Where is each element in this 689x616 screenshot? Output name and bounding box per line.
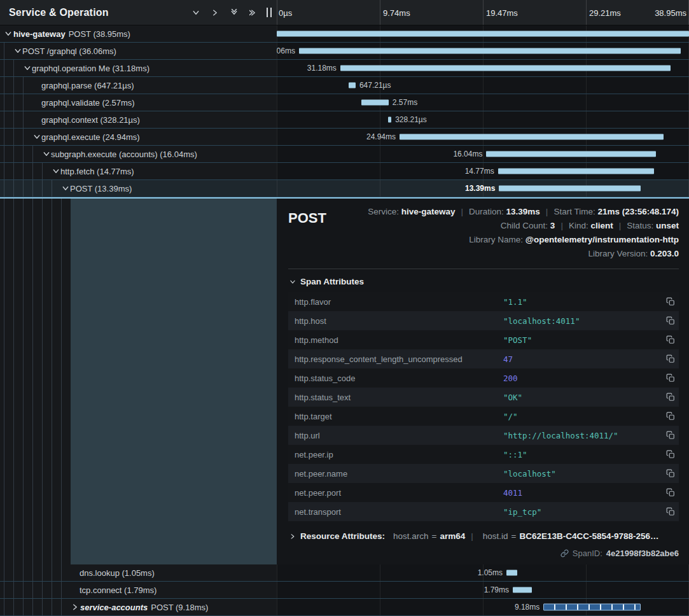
meta-line: Library Name: @opentelemetry/instrumenta…	[469, 233, 679, 247]
indent-guide	[13, 60, 23, 76]
span-bar[interactable]	[498, 169, 655, 174]
copy-icon[interactable]	[664, 409, 678, 423]
span-tree-cell: dns.lookup (1.05ms)	[0, 564, 277, 582]
span-row[interactable]: graphql.execute (24.94ms)24.94ms	[0, 129, 689, 146]
resource-key: host.arch	[393, 531, 429, 541]
span-bar[interactable]	[543, 604, 641, 611]
meta-value: 3	[550, 221, 555, 230]
link-icon[interactable]	[560, 549, 569, 557]
span-tree-cell: graphql.operation Me (31.18ms)	[0, 60, 277, 77]
span-row[interactable]: subgraph.execute (accounts) (16.04ms)16.…	[0, 146, 689, 163]
copy-icon[interactable]	[664, 505, 678, 519]
span-bar[interactable]	[299, 48, 681, 54]
span-bar[interactable]	[361, 100, 389, 106]
span-row[interactable]: http.fetch (14.77ms)14.77ms	[0, 163, 689, 180]
span-bar[interactable]	[388, 117, 391, 123]
copy-icon[interactable]	[664, 390, 678, 404]
indent-guide	[32, 564, 42, 581]
attribute-row: http.target"/"	[288, 407, 679, 426]
expander-down-icon[interactable]	[4, 25, 13, 42]
span-bar[interactable]	[486, 151, 656, 157]
span-row[interactable]: POST /graphql (36.06ms)36.06ms	[0, 43, 689, 60]
expander-down-icon[interactable]	[32, 129, 41, 145]
attribute-row: http.method"POST"	[288, 330, 679, 349]
span-row[interactable]: tcp.connect (1.79ms)1.79ms	[0, 582, 689, 599]
indent-guide	[23, 163, 32, 179]
expander-down-icon[interactable]	[13, 43, 22, 59]
span-bar[interactable]	[400, 134, 664, 140]
indent-guide	[61, 564, 71, 581]
resource-attributes-preview: host.arch=arm64|host.id=BC62E13B-C4CC-58…	[389, 531, 659, 541]
copy-icon[interactable]	[664, 447, 678, 461]
indent-guide	[23, 599, 32, 615]
span-timeline-cell: 328.21µs	[277, 111, 689, 129]
copy-icon[interactable]	[664, 428, 678, 442]
meta-value: 21ms (23:56:48.174)	[597, 207, 679, 216]
expander-spacer	[32, 94, 41, 111]
span-row[interactable]: dns.lookup (1.05ms)1.05ms	[0, 564, 689, 582]
duration-label: 2.57ms	[393, 98, 417, 107]
attribute-value: "localhost:4011"	[503, 316, 658, 326]
span-tree-cell: POST /graphql (36.06ms)	[0, 43, 277, 60]
expander-down-icon[interactable]	[52, 163, 60, 179]
indent-guide	[13, 582, 23, 598]
span-bar[interactable]	[340, 66, 671, 71]
span-row[interactable]: graphql.context (328.21µs)328.21µs	[0, 111, 689, 129]
attribute-key: net.peer.name	[295, 469, 503, 479]
span-bar[interactable]	[499, 186, 641, 192]
duration-label: 328.21µs	[395, 115, 427, 124]
meta-value: unset	[656, 221, 679, 230]
double-chevron-down-icon[interactable]	[227, 6, 241, 20]
copy-icon[interactable]	[664, 333, 678, 347]
copy-icon[interactable]	[664, 314, 678, 328]
indent-guide	[52, 582, 61, 598]
indent-guide	[32, 582, 42, 598]
chevron-right-icon[interactable]	[208, 6, 222, 20]
attribute-key: net.peer.ip	[295, 450, 503, 459]
expander-right-icon[interactable]	[71, 599, 80, 615]
meta-key: Library Version:	[588, 249, 650, 258]
span-detail-panel: POST Service: hive-gateway|Duration: 13.…	[277, 199, 689, 564]
span-bar[interactable]	[277, 31, 689, 37]
span-bar[interactable]	[349, 83, 356, 88]
expander-down-icon[interactable]	[23, 60, 32, 76]
chevron-down-icon[interactable]	[189, 6, 203, 20]
span-tree-cell: POST (13.39ms)	[0, 180, 277, 197]
span-attributes-toggle[interactable]: Span Attributes	[289, 277, 679, 286]
expander-down-icon[interactable]	[42, 146, 51, 162]
copy-icon[interactable]	[664, 352, 678, 366]
indent-guide	[13, 180, 23, 197]
resource-attributes-toggle[interactable]: Resource Attributes: host.arch=arm64|hos…	[289, 531, 679, 541]
span-row[interactable]: graphql.operation Me (31.18ms)31.18ms	[0, 60, 689, 77]
expander-spacer	[71, 582, 80, 598]
indent-guide	[4, 146, 13, 162]
attribute-row: net.peer.port4011	[288, 483, 679, 502]
attribute-key: http.host	[295, 316, 503, 326]
span-row[interactable]: graphql.parse (647.21µs)647.21µs	[0, 77, 689, 94]
operation-name: graphql.parse (647.21µs)	[41, 81, 134, 90]
copy-icon[interactable]	[664, 466, 678, 480]
detail-header: POST Service: hive-gateway|Duration: 13.…	[288, 205, 679, 261]
span-row[interactable]: hive-gatewayPOST (38.95ms)	[0, 25, 689, 43]
span-bar[interactable]	[513, 587, 532, 593]
column-resizer[interactable]	[267, 8, 272, 17]
indent-guide	[23, 77, 32, 94]
span-row[interactable]: graphql.validate (2.57ms)2.57ms	[0, 94, 689, 111]
copy-icon[interactable]	[664, 371, 678, 385]
span-row[interactable]: POST (13.39ms)13.39ms	[0, 180, 689, 197]
attribute-value: 4011	[503, 488, 658, 498]
duration-label: 36.06ms	[277, 46, 295, 55]
copy-icon[interactable]	[664, 486, 678, 500]
span-bar[interactable]	[506, 570, 517, 576]
span-rows: hive-gatewayPOST (38.95ms)POST /graphql …	[0, 25, 689, 616]
span-timeline-cell: 14.77ms	[277, 163, 689, 180]
attribute-value: "OK"	[503, 393, 658, 402]
resource-separator: |	[471, 531, 473, 541]
timeline-tick: 29.21ms	[589, 8, 621, 17]
double-chevron-right-icon[interactable]	[246, 6, 260, 20]
resource-value: arm64	[440, 531, 465, 541]
span-row[interactable]: service-accountsPOST (9.18ms)9.18ms	[0, 599, 689, 616]
expander-spacer	[32, 77, 41, 94]
copy-icon[interactable]	[664, 295, 678, 309]
expander-down-icon[interactable]	[61, 180, 70, 197]
